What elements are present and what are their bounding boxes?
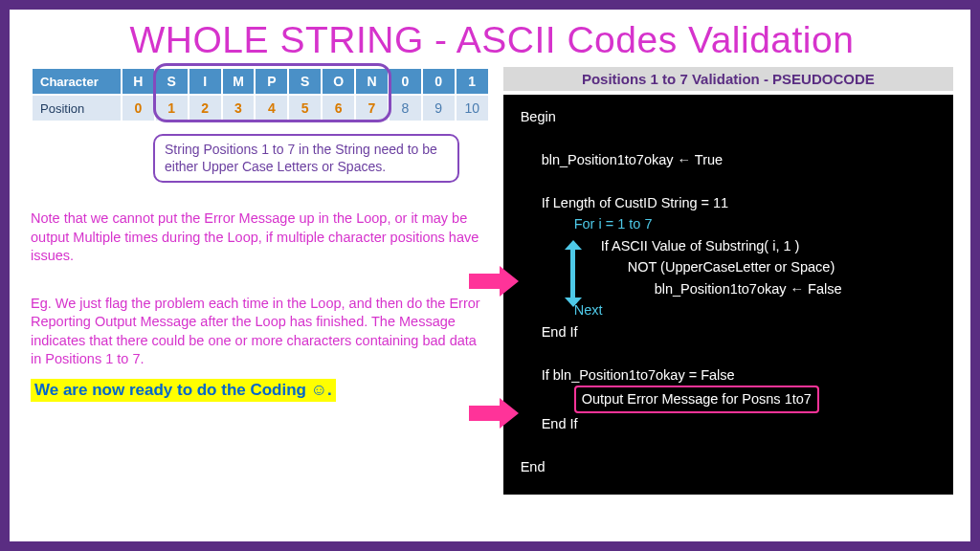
right-column: Positions 1 to 7 Validation - PSEUDOCODE… xyxy=(503,67,953,495)
explanation-paragraph-2: Eg. We just flag the problem each time i… xyxy=(31,295,490,369)
char-cell: S xyxy=(156,69,188,94)
char-cell: O xyxy=(323,69,354,94)
pos-cell: 5 xyxy=(289,96,321,121)
loop-double-arrow-icon xyxy=(565,240,582,307)
pos-cell: 4 xyxy=(256,96,287,121)
code-line: Begin xyxy=(521,109,556,124)
pos-cell: 1 xyxy=(156,96,188,121)
char-cell: I xyxy=(189,69,221,94)
pos-cell: 9 xyxy=(423,96,455,121)
char-cell: 0 xyxy=(423,69,455,94)
pseudocode-title: Positions 1 to 7 Validation - PSEUDOCODE xyxy=(503,67,953,91)
code-line: Next xyxy=(521,299,940,320)
validation-rule-note: String Positions 1 to 7 in the String ne… xyxy=(153,134,459,183)
character-row-label: Character xyxy=(33,69,121,94)
pos-cell: 6 xyxy=(323,96,354,121)
code-line: End If xyxy=(521,413,940,434)
char-cell: 1 xyxy=(457,69,488,94)
code-line: If Length of CustID String = 11 xyxy=(521,192,940,213)
ready-banner: We are now ready to do the Coding ☺. xyxy=(31,379,336,402)
char-cell: 0 xyxy=(390,69,421,94)
char-cell: M xyxy=(223,69,255,94)
pos-cell: 8 xyxy=(390,96,421,121)
arrow-to-error-output xyxy=(469,398,519,429)
pos-cell: 3 xyxy=(223,96,255,121)
code-line: bln_Position1to7okay ← False xyxy=(521,278,940,299)
pos-cell: 10 xyxy=(457,96,488,121)
pos-cell: 2 xyxy=(189,96,221,121)
explanation-paragraph-1: Note that we cannot put the Error Messag… xyxy=(31,209,490,266)
code-line: End If xyxy=(521,321,940,342)
code-line: bln_Position1to7okay ← True xyxy=(521,149,940,170)
code-line: Output Error Message for Posns 1to7 xyxy=(521,386,940,412)
pseudocode-block: Begin bln_Position1to7okay ← True If Len… xyxy=(503,95,953,495)
code-line: End xyxy=(521,459,546,474)
slide-title: WHOLE STRING - ASCII Codes Validation xyxy=(31,19,953,61)
string-positions-table: Character H S I M P S O N 0 0 1 Position… xyxy=(31,67,490,122)
char-cell: P xyxy=(256,69,287,94)
arrow-to-loop xyxy=(469,266,519,297)
slide: WHOLE STRING - ASCII Codes Validation Ch… xyxy=(10,10,970,541)
pos-cell: 7 xyxy=(356,96,388,121)
error-output-line: Output Error Message for Posns 1to7 xyxy=(574,386,819,412)
char-cell: S xyxy=(289,69,321,94)
left-column: Character H S I M P S O N 0 0 1 Position… xyxy=(31,67,490,495)
code-line: For i = 1 to 7 xyxy=(521,213,940,234)
pos-cell: 0 xyxy=(122,96,154,121)
code-line: NOT (UpperCaseLetter or Space) xyxy=(521,256,940,277)
char-cell: H xyxy=(122,69,154,94)
position-row-label: Position xyxy=(33,96,121,121)
code-line: If bln_Position1to7okay = False xyxy=(521,364,940,386)
code-line: If ASCII Value of Substring( i, 1 ) xyxy=(521,235,940,256)
char-cell: N xyxy=(356,69,388,94)
